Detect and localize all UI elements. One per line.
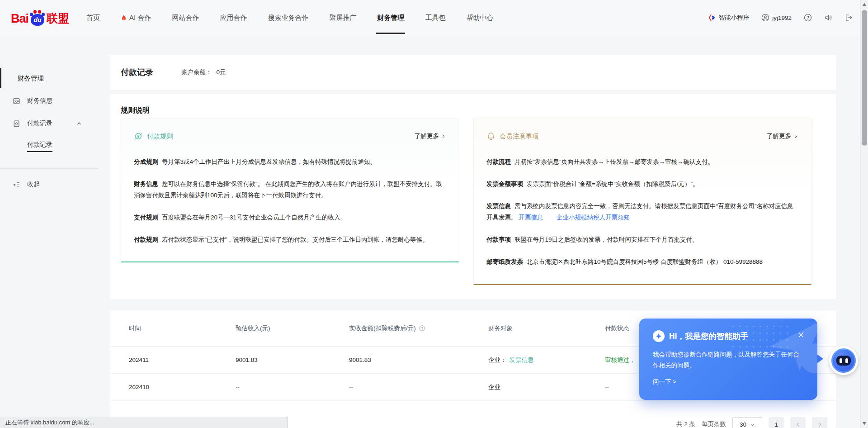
help-icon[interactable] xyxy=(804,14,812,22)
nav-item-ai-cooperation[interactable]: AI 合作 xyxy=(121,0,151,35)
logo-text-du: du xyxy=(31,14,44,26)
chevron-up-icon xyxy=(76,120,82,127)
scrollbar-up-arrow[interactable] xyxy=(863,3,866,6)
robot-face-icon xyxy=(831,348,856,373)
per-page-label: 每页条数 xyxy=(702,420,726,428)
id-card-icon xyxy=(13,97,20,105)
main-menu: 首页 AI 合作 网站合作 应用合作 搜索业务合作 聚屏推广 财务管理 工具包 … xyxy=(86,0,514,35)
sidebar: 财务管理 财务信息 付款记录 付款记录 收起 xyxy=(0,35,108,428)
rule-item: 发票金额事项发票票面“价税合计”金额=系统中“实收金额（扣除税费后/元）”。 xyxy=(486,178,798,190)
col-finance-target: 财务对象 xyxy=(488,324,605,333)
account-balance-value: 0元 xyxy=(217,68,226,76)
rule-item: 付款流程月初按“发票信息”页面开具发票→上传发票→邮寄发票→审核→确认支付。 xyxy=(486,156,798,167)
sidebar-item-finance-info[interactable]: 财务信息 xyxy=(0,91,108,111)
rules-panel: 规则说明 付款规则 了解更多 分成规则每月第3或4个工作日产出上月分成信息及发票… xyxy=(110,94,836,299)
collapse-left-icon xyxy=(13,181,20,189)
top-navigation: Bai du 联盟 首页 AI 合作 网站合作 应用合作 搜索业务合作 聚屏推广… xyxy=(0,0,868,35)
user-icon xyxy=(761,14,769,22)
close-icon[interactable] xyxy=(797,331,806,339)
sound-icon[interactable] xyxy=(824,14,832,22)
flame-icon xyxy=(121,14,127,21)
member-notes-learn-more-link[interactable]: 了解更多 xyxy=(767,132,798,140)
coin-yen-icon xyxy=(134,132,143,141)
nav-item-website-cooperation[interactable]: 网站合作 xyxy=(172,0,199,35)
browser-status-bar: 正在等待 xlab.baidu.com 的响应... xyxy=(0,417,288,428)
sidebar-collapse-button[interactable]: 收起 xyxy=(0,175,108,195)
rule-item: 付款规则若付款状态显示“已支付”，说明联盟已安排了您的付款。支付后三个工作日内到… xyxy=(134,234,446,245)
member-notes-card: 会员注意事项 了解更多 付款流程月初按“发票信息”页面开具发票→上传发票→邮寄发… xyxy=(473,119,811,285)
mini-program-icon xyxy=(708,14,716,22)
sidebar-item-payment-records[interactable]: 付款记录 xyxy=(0,114,108,133)
payment-rules-card-title: 付款规则 xyxy=(147,132,173,141)
baidu-union-finance-page: Bai du 联盟 首页 AI 合作 网站合作 应用合作 搜索业务合作 聚屏推广… xyxy=(0,0,868,428)
cell-finance-target: 企业：发票信息 xyxy=(488,356,605,364)
invoice-info-cell-link[interactable]: 发票信息 xyxy=(509,357,534,363)
col-time: 时间 xyxy=(129,324,236,333)
rule-item: 付款事项联盟在每月19日之后签收的发票，付款时间安排在下个月首批支付。 xyxy=(486,234,798,245)
cell-estimated: 9001.83 xyxy=(236,357,349,363)
ask-now-link[interactable]: 问一下 > xyxy=(653,378,676,386)
smart-assistant-popup: Hi，我是您的智能助手 我会帮助您诊断合作链路问题，以及解答您关于任何合作相关的… xyxy=(639,319,817,400)
prev-page-button[interactable] xyxy=(790,417,806,428)
rule-item: 支付规则百度联盟会在每月20号—31号支付企业会员上个自然月产生的收入。 xyxy=(134,212,446,223)
small-taxpayer-notice-link[interactable]: 企业小规模纳税人开票须知 xyxy=(557,214,630,221)
badge-star-icon xyxy=(13,120,20,128)
logo-text-union: 联盟 xyxy=(47,11,69,26)
rule-item: 邮寄纸质发票北京市海淀区西北旺东路10号院百度科技园5号楼 百度联盟财务组（收）… xyxy=(486,256,798,267)
sidebar-divider xyxy=(0,168,98,169)
nav-item-finance-management[interactable]: 财务管理 xyxy=(377,0,404,35)
scrollbar-down-arrow[interactable] xyxy=(863,422,866,425)
col-estimated-income: 预估收入(元) xyxy=(236,324,349,333)
chevron-right-icon xyxy=(817,422,823,428)
cell-actual: -- xyxy=(349,384,488,390)
assistant-title: Hi，我是您的智能助手 xyxy=(669,331,748,342)
assistant-robot-button[interactable] xyxy=(829,346,858,375)
page-title: 付款记录 xyxy=(121,67,153,78)
cell-actual: 9001.83 xyxy=(349,357,488,363)
assistant-message: 我会帮助您诊断合作链路问题，以及解答您关于任何合作相关的问题。 xyxy=(653,349,805,371)
logo-text-bai: Bai xyxy=(11,12,28,26)
payment-rules-learn-more-link[interactable]: 了解更多 xyxy=(415,132,446,140)
cell-time: 202411 xyxy=(129,357,236,363)
cell-estimated: -- xyxy=(236,384,349,390)
cell-finance-target: 企业 xyxy=(488,383,605,391)
nav-item-help-center[interactable]: 帮助中心 xyxy=(466,0,493,35)
page-header-panel: 付款记录 账户余额： 0元 xyxy=(110,55,836,90)
nav-item-home[interactable]: 首页 xyxy=(86,0,100,35)
question-circle-icon[interactable] xyxy=(419,325,425,332)
nav-item-toolkit[interactable]: 工具包 xyxy=(425,0,445,35)
bell-icon xyxy=(486,132,495,141)
chevron-right-icon xyxy=(793,133,798,139)
account-balance-label: 账户余额： xyxy=(181,68,212,76)
chevron-left-icon xyxy=(795,422,801,428)
total-count-label: 共 2 条 xyxy=(676,420,695,428)
pagination: 共 2 条 每页条数 30 1 xyxy=(676,417,827,428)
rule-item: 分成规则每月第3或4个工作日产出上月分成信息及发票信息，如有特殊情况将提前通知。 xyxy=(134,156,446,167)
rule-item: 财务信息您可以在财务信息中选择“保留付款”。 在此期间您产生的收入将在账户内进行… xyxy=(134,178,446,201)
scrollbar-thumb[interactable] xyxy=(862,10,867,146)
smart-mini-program-link[interactable]: 智能小程序 xyxy=(708,14,750,22)
top-right-actions: 智能小程序 jyj1992 xyxy=(708,14,853,22)
cell-time: 202410 xyxy=(129,384,236,390)
rule-item: 发票信息需与系统内发票信息内容完全一致，否则无法支付。请根据发票信息页面中“百度… xyxy=(486,200,798,223)
nav-item-app-cooperation[interactable]: 应用合作 xyxy=(220,0,247,35)
nav-item-screen-promotion[interactable]: 聚屏推广 xyxy=(329,0,356,35)
chevron-right-icon xyxy=(441,133,446,139)
status-text: 正在等待 xlab.baidu.com 的响应... xyxy=(5,418,94,427)
sidebar-section-finance-management[interactable]: 财务管理 xyxy=(0,68,108,88)
per-page-select[interactable]: 30 xyxy=(732,417,762,428)
invoice-info-link[interactable]: 开票信息 xyxy=(519,214,543,221)
nav-item-search-business[interactable]: 搜索业务合作 xyxy=(268,0,308,35)
assistant-popup-arrow xyxy=(816,354,823,364)
assistant-compass-icon xyxy=(653,330,665,342)
member-notes-card-title: 会员注意事项 xyxy=(500,132,539,141)
current-page-button[interactable]: 1 xyxy=(769,417,784,428)
sidebar-subitem-payment-records[interactable]: 付款记录 xyxy=(27,136,52,156)
next-page-button[interactable] xyxy=(812,417,827,428)
caret-down-icon xyxy=(750,422,755,427)
user-account[interactable]: jyj1992 xyxy=(761,14,792,22)
logout-icon[interactable] xyxy=(844,14,853,22)
browser-scrollbar[interactable] xyxy=(860,0,868,428)
payment-rules-card: 付款规则 了解更多 分成规则每月第3或4个工作日产出上月分成信息及发票信息，如有… xyxy=(121,119,459,262)
baidu-union-logo[interactable]: Bai du 联盟 xyxy=(11,10,69,26)
